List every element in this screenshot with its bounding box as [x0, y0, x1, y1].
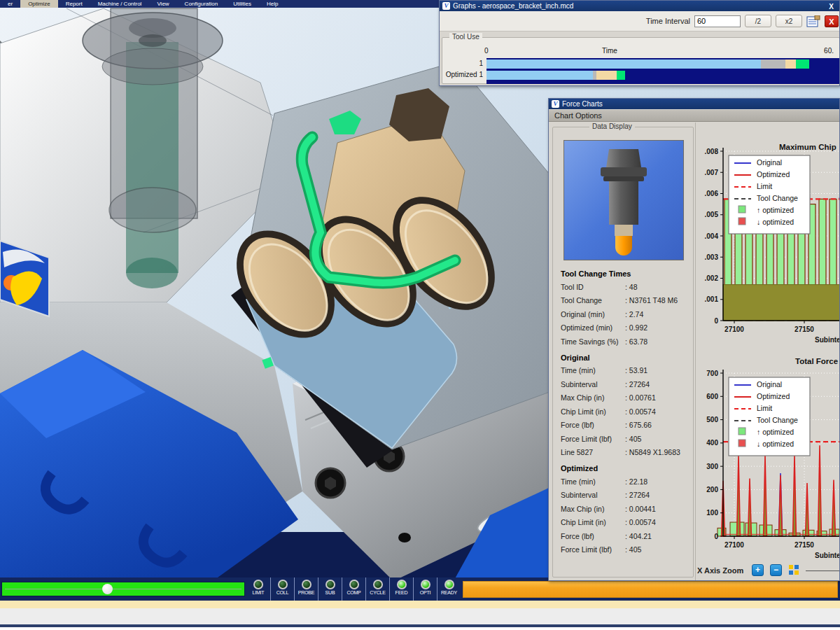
led-off-icon — [278, 580, 288, 589]
indicator-label: OPTI — [414, 590, 437, 595]
menu-item-report[interactable]: Report — [58, 0, 90, 8]
data-row-label: Force Limit (lbf) — [561, 435, 625, 443]
message-strip — [0, 601, 840, 608]
data-row-label: Tool Change — [561, 296, 625, 304]
data-row-label: Time Savings (%) — [561, 337, 625, 346]
svg-text:↓ optimized: ↓ optimized — [757, 440, 794, 448]
menu-item-view[interactable]: View — [149, 0, 176, 8]
led-off-icon — [373, 580, 383, 589]
svg-text:400: 400 — [706, 439, 718, 447]
data-row-value: : 53.91 — [625, 366, 648, 374]
svg-text:.006: .006 — [705, 190, 719, 197]
tool-row-label: Optimized 1 — [442, 71, 483, 78]
svg-text:600: 600 — [706, 393, 718, 400]
chart-options-menu[interactable]: Chart Options — [549, 110, 840, 122]
indicator-comp: COMP — [342, 578, 365, 601]
svg-text:Subinterval: Subinterval — [815, 336, 840, 344]
data-row-label: Force (lbf) — [561, 421, 625, 429]
tool-use-row — [486, 59, 839, 69]
svg-text:↑ optimized: ↑ optimized — [757, 206, 794, 214]
data-row: Subinterval: 27264 — [561, 489, 690, 503]
data-row-value: : 405 — [625, 435, 641, 443]
indicator-limit: LIMIT — [246, 578, 270, 601]
tool-use-segment-cutting — [486, 59, 761, 69]
section-heading: Optimized — [561, 464, 690, 472]
led-off-icon — [326, 580, 335, 589]
svg-text:0: 0 — [714, 317, 718, 325]
menu-item-configuration[interactable]: Configuration — [177, 0, 226, 8]
svg-text:500: 500 — [706, 416, 718, 424]
menu-item-utilities[interactable]: Utilities — [225, 0, 259, 8]
data-row: Subinterval: 27264 — [561, 377, 690, 391]
close-graphs-button[interactable]: X — [825, 15, 839, 27]
tool-use-segment-dwell — [785, 59, 796, 69]
data-row-value: : 0.00761 — [625, 393, 656, 402]
menu-item-er[interactable]: er — [0, 0, 20, 8]
data-row-label: Line 5827 — [561, 448, 625, 456]
svg-text:Optimized: Optimized — [757, 392, 790, 400]
svg-text:27150: 27150 — [794, 541, 814, 549]
chart-total-force: 01002003004005006007002710027150Subinter… — [697, 354, 840, 564]
data-row-label: Force Limit (lbf) — [561, 545, 625, 554]
svg-text:Tool Change: Tool Change — [757, 416, 798, 424]
svg-text:.001: .001 — [705, 295, 719, 303]
tool-use-segment-cutting — [486, 71, 593, 80]
indicator-coll: COLL — [270, 578, 294, 601]
double-interval-button[interactable]: x2 — [776, 15, 802, 27]
svg-text:700: 700 — [706, 370, 718, 377]
zoom-in-button[interactable]: + — [752, 564, 764, 576]
svg-text:100: 100 — [706, 509, 718, 517]
tool-use-segment-pause — [761, 59, 785, 69]
data-row: Force Limit (lbf): 405 — [561, 543, 690, 557]
zoom-fit-icon[interactable] — [789, 565, 799, 575]
data-row-value: : 0.00441 — [625, 505, 656, 513]
menu-item-machine-control[interactable]: Machine / Control — [90, 0, 150, 8]
simulation-progress-slider[interactable] — [1, 582, 245, 596]
data-row-value: : 0.992 — [625, 323, 648, 332]
data-row-value: : 27264 — [625, 380, 650, 388]
menu-item-optimize[interactable]: Optimize — [20, 0, 58, 8]
bottom-divider — [0, 624, 840, 627]
half-interval-button[interactable]: /2 — [745, 15, 771, 27]
slider-handle[interactable] — [102, 584, 113, 594]
svg-text:.002: .002 — [705, 274, 719, 282]
zoom-out-button[interactable]: − — [770, 564, 782, 576]
zoom-slider[interactable] — [806, 570, 840, 571]
data-row-label: Max Chip (in) — [561, 393, 625, 402]
indicator-ready: READY — [437, 578, 461, 601]
svg-text:200: 200 — [706, 486, 718, 493]
led-off-icon — [253, 580, 263, 589]
svg-text:.005: .005 — [705, 211, 719, 218]
data-display-label: Data Display — [589, 122, 635, 130]
indicator-cycle: CYCLE — [365, 578, 389, 601]
svg-text:300: 300 — [706, 463, 718, 470]
led-off-icon — [302, 580, 312, 589]
svg-text:Limit: Limit — [757, 404, 772, 412]
axis-tick-start: 0 — [484, 47, 489, 55]
menu-item-help[interactable]: Help — [259, 0, 286, 8]
optimization-progress-bar — [463, 581, 838, 598]
force-charts-window: VForce Charts Chart Options Data Display — [548, 98, 840, 581]
force-charts-titlebar[interactable]: VForce Charts — [549, 99, 839, 109]
indicator-label: READY — [438, 590, 461, 595]
tool-use-track[interactable] — [486, 58, 839, 84]
x-axis-zoom-controls: X Axis Zoom + − — [697, 564, 839, 579]
svg-text:27100: 27100 — [724, 326, 744, 333]
svg-text:Limit: Limit — [757, 182, 772, 190]
data-row-value: : 48 — [625, 283, 638, 291]
graphs-titlebar[interactable]: VGraphs - aerospace_bracket_inch.mcd X — [440, 1, 839, 11]
report-icon[interactable] — [806, 15, 820, 27]
data-row-value: : N5849 X1.9683 — [625, 448, 680, 456]
indicator-label: CYCLE — [366, 590, 389, 595]
data-row-label: Max Chip (in) — [561, 505, 625, 513]
tool-use-label: Tool Use — [449, 33, 482, 41]
led-on-icon — [444, 580, 454, 589]
data-row-label: Chip Limit (in) — [561, 407, 625, 416]
graphs-close-icon[interactable]: X — [829, 1, 834, 12]
indicator-label: PROBE — [295, 590, 318, 595]
status-strip — [0, 608, 840, 624]
axis-tick-end: 60. — [824, 47, 834, 55]
data-row-value: : 27264 — [625, 491, 650, 499]
data-row-label: Time (min) — [561, 477, 625, 486]
time-interval-input[interactable] — [694, 15, 741, 27]
